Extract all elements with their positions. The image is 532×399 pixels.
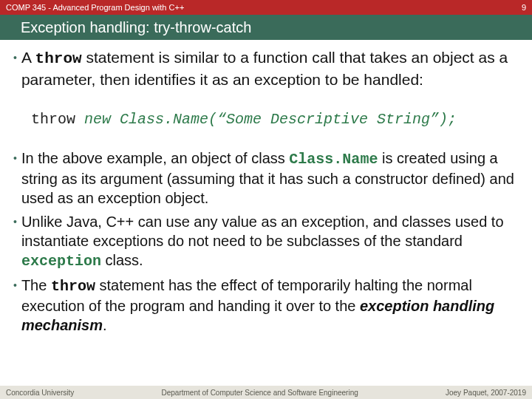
bullet-marker: •	[13, 149, 17, 208]
slide-title-bar: Exception handling: try-throw-catch	[0, 15, 532, 40]
bullet-marker: •	[13, 47, 17, 90]
text-fragment: class.	[101, 252, 143, 268]
text-fragment: statement is similar to a function call …	[21, 49, 508, 88]
text-fragment: In the above example, an object of class	[21, 150, 289, 166]
slide-footer: Concordia University Department of Compu…	[0, 386, 532, 399]
slide-title: Exception handling: try-throw-catch	[21, 19, 251, 36]
bullet-item: • Unlike Java, C++ can use any value as …	[13, 212, 519, 271]
text-fragment: Unlike Java, C++ can use any value as an…	[21, 214, 504, 249]
footer-center: Department of Computer Science and Softw…	[162, 389, 358, 397]
text-fragment: The	[21, 277, 51, 293]
bullet-marker: •	[13, 212, 17, 271]
text-fragment: A	[21, 49, 35, 66]
bullet-item: • A throw statement is similar to a func…	[13, 47, 519, 90]
header-top: COMP 345 - Advanced Program Design with …	[0, 0, 532, 15]
bullet-text: The throw statement has the effect of te…	[21, 276, 519, 335]
bullet-item: • The throw statement has the effect of …	[13, 276, 519, 335]
code-keyword: exception	[21, 253, 101, 270]
bullet-marker: •	[13, 276, 17, 335]
slide-number: 9	[522, 3, 526, 12]
bullet-group: • In the above example, an object of cla…	[13, 149, 519, 335]
code-example: throw new Class.Name(“Some Descriptive S…	[31, 111, 519, 128]
code-keyword: throw	[51, 278, 95, 295]
code-body: new Class.Name(“Some Descriptive String”…	[84, 111, 457, 128]
bullet-item: • In the above example, an object of cla…	[13, 149, 519, 208]
code-keyword: throw	[35, 50, 82, 67]
bullet-text: A throw statement is similar to a functi…	[21, 47, 519, 90]
footer-left: Concordia University	[6, 389, 74, 397]
bullet-text: In the above example, an object of class…	[21, 149, 519, 208]
footer-right: Joey Paquet, 2007-2019	[446, 389, 526, 397]
text-fragment: .	[103, 317, 107, 333]
code-classname: Class.Name	[289, 151, 378, 168]
code-keyword: throw	[31, 111, 84, 128]
bullet-text: Unlike Java, C++ can use any value as an…	[21, 212, 519, 271]
slide-content: • A throw statement is similar to a func…	[0, 40, 532, 335]
course-code: COMP 345 - Advanced Program Design with …	[6, 3, 184, 12]
